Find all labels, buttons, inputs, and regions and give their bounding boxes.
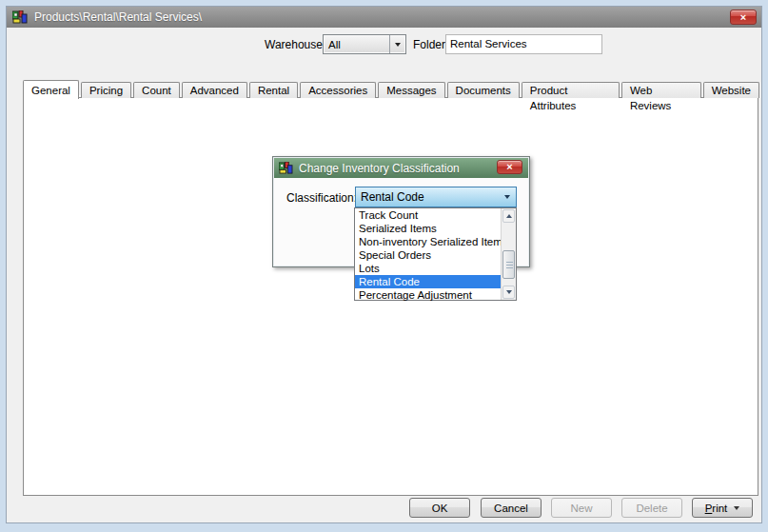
tab-rental[interactable]: Rental [249,82,298,98]
dropdown-option-serialized-items[interactable]: Serialized Items [355,222,501,235]
print-dropdown-arrow-icon [734,506,739,510]
tab-accessories[interactable]: Accessories [300,82,376,98]
modal-classification-label: Classification: [286,191,357,205]
tab-pricing[interactable]: Pricing [81,82,131,98]
print-button[interactable]: Print [692,498,753,518]
modal-classification-value: Rental Code [356,190,499,204]
cancel-button[interactable]: Cancel [481,498,542,518]
folder-input[interactable]: Rental Services [445,34,602,54]
dropdown-option-lots[interactable]: Lots [355,262,501,275]
tab-advanced[interactable]: Advanced [182,82,247,98]
window-title: Products\Rental\Rental Services\ [34,10,202,24]
tab-product-attributes[interactable]: Product Attributes [522,82,620,98]
scroll-down-icon[interactable] [502,286,515,299]
modal-classification-select[interactable]: Rental Code [355,187,517,207]
print-button-label: rint [712,502,727,514]
new-button[interactable]: New [551,498,612,518]
tab-count[interactable]: Count [133,82,180,98]
screen: Products\Rental\Rental Services\ × Wareh… [0,0,768,532]
warehouse-label: Warehouse: [265,38,325,51]
dropdown-option-rental-code[interactable]: Rental Code [355,275,501,288]
folder-label: Folder: [413,38,448,51]
classification-dropdown-list: Track Count Serialized Items Non-invento… [354,207,517,301]
print-button-mnemonic: P [705,502,713,514]
tab-bar: General Pricing Count Advanced Rental Ac… [23,79,761,98]
warehouse-dropdown-arrow-icon[interactable] [389,35,405,53]
scroll-up-icon[interactable] [502,209,515,223]
tab-general[interactable]: General [23,80,79,99]
ok-button[interactable]: OK [409,498,470,518]
modal-title: Change Inventory Classification [299,162,460,175]
dropdown-option-track-count[interactable]: Track Count [355,208,501,222]
modal-app-icon [279,162,293,174]
close-icon[interactable]: × [730,10,757,25]
titlebar: Products\Rental\Rental Services\ × [7,7,761,28]
tab-website[interactable]: Website [703,82,759,98]
tab-messages[interactable]: Messages [378,82,444,98]
tab-web-reviews[interactable]: Web Reviews [621,82,701,98]
warehouse-select[interactable]: All [323,34,406,54]
dropdown-scroll-thumb[interactable] [502,250,515,279]
tab-documents[interactable]: Documents [447,82,520,98]
dropdown-option-non-inventory-serialized-items[interactable]: Non-inventory Serialized Items [355,235,501,248]
warehouse-value: All [324,39,389,50]
modal-dropdown-arrow-icon[interactable] [499,187,516,207]
dropdown-option-percentage-adjustment[interactable]: Percentage Adjustment [355,288,501,302]
modal-close-icon[interactable]: × [497,160,522,174]
app-icon [12,10,28,24]
dropdown-vertical-scrollbar[interactable] [501,208,516,300]
modal-titlebar: Change Inventory Classification × [274,158,528,178]
dropdown-option-special-orders[interactable]: Special Orders [355,248,501,262]
delete-button[interactable]: Delete [621,498,682,518]
